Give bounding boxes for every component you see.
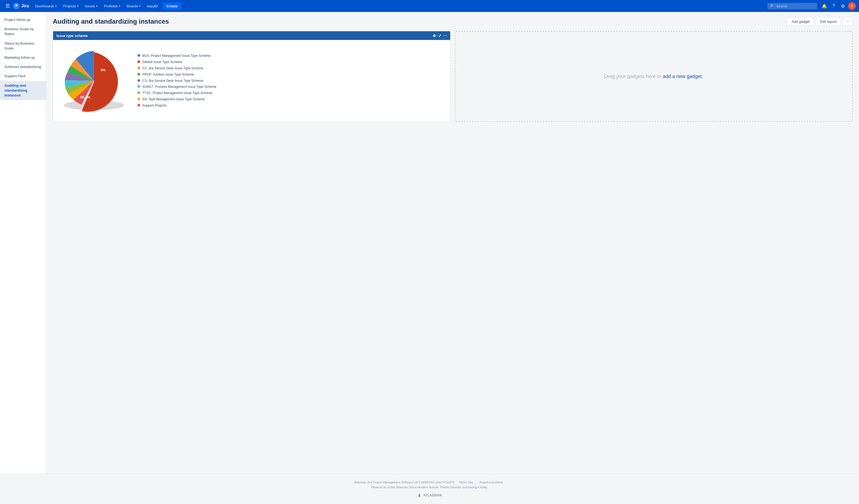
legend-label: TTSC: Project Management Issue Type Sche…: [142, 91, 212, 95]
nav-eazybi[interactable]: eazyBI: [144, 2, 161, 10]
legend-item: PROF: Kanban Issue Type Scheme: [137, 72, 216, 77]
avatar[interactable]: A: [848, 2, 856, 10]
legend-color-dot: [137, 79, 140, 82]
sidebar-item-support-pack[interactable]: Support Pack: [0, 72, 46, 81]
create-button[interactable]: Create: [163, 2, 181, 10]
legend-item: C2: Jira Service Desk Issue Type Scheme: [137, 66, 216, 71]
chevron-down-icon: ▾: [77, 5, 78, 7]
sidebar-item-auditing[interactable]: Auditing and standardizing instances: [0, 81, 46, 100]
legend-label: SS: Task Management Issue Type Scheme: [142, 97, 205, 102]
drag-drop-zone[interactable]: Drag your gadgets here or add a new gadg…: [455, 31, 853, 122]
legend-label: PROF: Kanban Issue Type Scheme: [142, 72, 194, 77]
legend-color-dot: [137, 91, 140, 94]
atlassian-logo-icon: [417, 493, 422, 498]
content-header: Auditing and standardizing instances Add…: [53, 17, 853, 26]
report-problem-link[interactable]: Report a problem: [480, 481, 503, 484]
settings-button[interactable]: ⚙: [839, 2, 847, 10]
gadget-title: Issue type scheme: [56, 34, 88, 38]
svg-marker-1: [418, 493, 421, 498]
footer-company: ATLASSIAN: [423, 493, 442, 497]
topnav-icons: 🔔 ? ⚙ A: [820, 2, 856, 10]
sidebar-item-status-by-business-goals[interactable]: Status by Business Goals: [0, 39, 46, 53]
footer: Atlassian Jira Project Management Softwa…: [0, 474, 859, 504]
footer-links: Atlassian Jira Project Management Softwa…: [3, 481, 856, 484]
gadget-grid: Issue type scheme ⊕ ⤢ ···: [53, 31, 853, 122]
legend-color-dot: [137, 73, 140, 76]
nav-boards[interactable]: Boards ▾: [124, 2, 143, 10]
page-title: Auditing and standardizing instances: [53, 18, 169, 25]
search-input[interactable]: [776, 4, 814, 8]
nav-projects[interactable]: Projects ▾: [60, 2, 81, 10]
main-layout: Project follow up Business Goals by Stat…: [0, 12, 859, 474]
sidebar-item-schemes-standardizing[interactable]: Schemes standardizing: [0, 62, 46, 72]
search-icon: 🔍: [770, 4, 774, 8]
gadget-header: Issue type scheme ⊕ ⤢ ···: [53, 31, 450, 40]
jira-logo[interactable]: Jira: [13, 3, 29, 9]
search-box[interactable]: 🔍: [768, 3, 817, 9]
legend-label: C3: Jira Service Desk Issue Type Scheme: [142, 79, 203, 83]
sidebar: Project follow up Business Goals by Stat…: [0, 12, 46, 474]
pie-chart: 88,7% 6%: [59, 45, 129, 116]
expand-icon[interactable]: ⤢: [438, 33, 441, 38]
chevron-down-icon: ▾: [119, 5, 120, 7]
add-gadget-link[interactable]: add a new gadget.: [663, 74, 703, 79]
dropzone-text: Drag your gadgets here or add a new gadg…: [604, 74, 703, 79]
logo-text: Jira: [21, 3, 29, 9]
legend-color-dot: [137, 67, 140, 69]
legend-item: C3: Jira Service Desk Issue Type Scheme: [137, 79, 216, 83]
legend-color-dot: [137, 104, 140, 107]
hamburger-button[interactable]: ☰: [3, 2, 12, 10]
gadget-menu-icon[interactable]: ···: [444, 33, 447, 38]
chevron-down-icon: ▾: [96, 5, 97, 7]
nav-dashboards[interactable]: Dashboards ▾: [32, 2, 59, 10]
gadget-body: 88,7% 6% BUS: Project Management Issue T…: [53, 40, 450, 122]
legend-item: Default Issue Type Scheme: [137, 60, 216, 64]
legend-item: Support Projects: [137, 103, 216, 108]
jira-logo-icon: [13, 3, 19, 9]
legend-label: BUS: Project Management Issue Type Schem…: [142, 53, 211, 58]
about-jira-link[interactable]: About Jira: [459, 481, 473, 484]
drag-icon[interactable]: ⊕: [433, 33, 436, 38]
legend-color-dot: [137, 98, 140, 100]
chevron-down-icon: ▾: [139, 5, 140, 7]
more-options-button[interactable]: ···: [843, 17, 853, 26]
legend-item: TTSC: Project Management Issue Type Sche…: [137, 91, 216, 95]
legend-label: SUM17: Process Management Issue Type Sch…: [142, 84, 216, 89]
legend-color-dot: [137, 85, 140, 88]
pie-legend: BUS: Project Management Issue Type Schem…: [137, 53, 216, 108]
legend-color-dot: [137, 54, 140, 57]
edit-layout-button[interactable]: Edit layout: [816, 17, 841, 26]
footer-logo: ATLASSIAN: [3, 493, 856, 498]
sidebar-item-marketing-follow-up[interactable]: Marketing follow up: [0, 53, 46, 62]
legend-color-dot: [137, 60, 140, 63]
pie-large-label: 88,7%: [80, 95, 90, 99]
pie-svg: 88,7% 6%: [59, 45, 129, 116]
main-content: Auditing and standardizing instances Add…: [46, 12, 859, 474]
pie-small-label: 6%: [101, 68, 106, 72]
issue-type-scheme-gadget: Issue type scheme ⊕ ⤢ ···: [53, 31, 450, 122]
help-button[interactable]: ?: [830, 2, 838, 10]
legend-label: Support Projects: [142, 103, 167, 108]
chevron-down-icon: ▾: [55, 5, 57, 7]
legend-item: SS: Task Management Issue Type Scheme: [137, 97, 216, 102]
sidebar-item-project-follow-up[interactable]: Project follow up: [0, 15, 46, 25]
topnav: ☰ Jira Dashboards ▾ Projects ▾ Issues ▾ …: [0, 0, 859, 12]
sidebar-item-business-goals-by-status[interactable]: Business Goals by Status: [0, 25, 46, 38]
legend-item: BUS: Project Management Issue Type Schem…: [137, 53, 216, 58]
legend-label: C2: Jira Service Desk Issue Type Scheme: [142, 66, 203, 71]
legend-item: SUM17: Process Management Issue Type Sch…: [137, 84, 216, 89]
notifications-button[interactable]: 🔔: [820, 2, 829, 10]
gadget-header-icons: ⊕ ⤢ ···: [433, 33, 447, 38]
nav-profields[interactable]: Profields ▾: [101, 2, 123, 10]
legend-label: Default Issue Type Scheme: [142, 60, 182, 64]
nav-issues[interactable]: Issues ▾: [82, 2, 101, 10]
footer-version: Atlassian Jira Project Management Softwa…: [354, 481, 454, 484]
footer-eval-text: Powered by a free Atlassian Jira evaluat…: [3, 486, 856, 489]
add-gadget-button[interactable]: Add gadget: [787, 17, 814, 26]
header-actions: Add gadget Edit layout ···: [787, 17, 853, 26]
